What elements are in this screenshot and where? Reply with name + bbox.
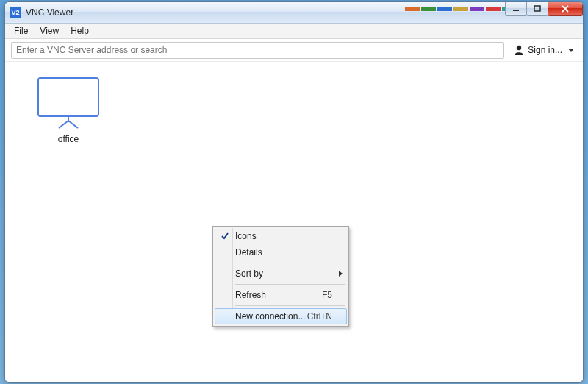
close-button[interactable]	[548, 1, 583, 16]
client-area[interactable]: office IconsDetailsSort byRefreshF5New c…	[5, 62, 583, 383]
svg-point-2	[517, 46, 521, 50]
context-menu-separator	[235, 284, 345, 285]
context-menu-label: Sort by	[235, 269, 263, 279]
context-menu-item[interactable]: RefreshF5	[215, 287, 347, 303]
menubar: File View Help	[5, 24, 583, 39]
menu-view[interactable]: View	[34, 24, 65, 38]
menu-file[interactable]: File	[8, 24, 34, 38]
svg-rect-3	[38, 78, 98, 116]
context-menu-separator	[235, 305, 345, 306]
menu-help[interactable]: Help	[65, 24, 95, 38]
connection-label: office	[24, 134, 112, 144]
context-menu-item[interactable]: New connection...Ctrl+N	[215, 308, 347, 324]
chevron-down-icon	[568, 49, 574, 52]
context-menu-label: New connection...	[235, 311, 305, 321]
context-menu-item[interactable]: Icons	[215, 228, 347, 244]
app-window: V2 VNC Viewer File View Help	[4, 1, 584, 383]
context-menu-label: Details	[235, 247, 262, 257]
submenu-arrow-icon	[339, 271, 343, 277]
toolbar: Sign in...	[5, 39, 583, 62]
person-icon	[513, 44, 525, 56]
desktop-background: V2 VNC Viewer File View Help	[0, 0, 588, 384]
sign-in-button[interactable]: Sign in...	[510, 43, 577, 57]
context-menu-accelerator: Ctrl+N	[307, 311, 332, 321]
sign-in-label: Sign in...	[528, 45, 562, 55]
context-menu-accelerator: F5	[322, 290, 332, 300]
context-menu-label: Icons	[235, 231, 257, 241]
context-menu-separator	[235, 263, 345, 263]
check-icon	[219, 230, 231, 242]
svg-rect-0	[513, 10, 519, 11]
minimize-button[interactable]	[505, 1, 527, 16]
monitor-icon	[24, 77, 112, 129]
address-input[interactable]	[11, 42, 504, 59]
maximize-button[interactable]	[526, 1, 548, 16]
context-menu-item[interactable]: Sort by	[215, 266, 347, 282]
context-menu: IconsDetailsSort byRefreshF5New connecti…	[212, 226, 349, 327]
titlebar[interactable]: V2 VNC Viewer	[5, 2, 583, 24]
context-menu-item[interactable]: Details	[215, 244, 347, 260]
app-icon: V2	[10, 7, 21, 18]
titlebar-color-strip	[405, 7, 517, 11]
context-menu-label: Refresh	[235, 290, 266, 300]
window-controls	[506, 1, 583, 16]
window-title: VNC Viewer	[26, 7, 74, 18]
connection-item[interactable]: office	[24, 77, 112, 144]
svg-rect-1	[534, 6, 540, 11]
